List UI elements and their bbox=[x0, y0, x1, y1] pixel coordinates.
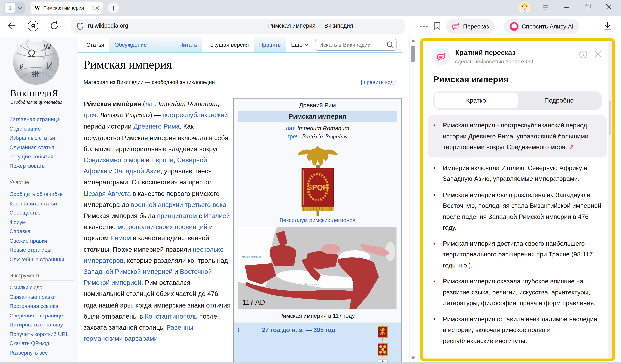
wiki-link[interactable]: Западной Римской империей bbox=[84, 268, 172, 275]
download-icon[interactable] bbox=[604, 21, 612, 31]
sidebar-link[interactable]: Справка bbox=[10, 227, 78, 236]
sidebar-link[interactable]: Случайная статья bbox=[10, 142, 78, 152]
chevron-down-icon[interactable] bbox=[16, 7, 24, 9]
wiki-link[interactable]: Средиземного моря bbox=[84, 156, 144, 164]
eagle-flag-partial[interactable]: → bbox=[378, 359, 396, 362]
close-icon[interactable] bbox=[606, 4, 612, 10]
sidebar-link[interactable]: Сведения о странице bbox=[10, 311, 78, 320]
wiki-link[interactable]: Константинополь bbox=[145, 313, 197, 320]
profile-avatar[interactable] bbox=[519, 2, 530, 13]
copy-button[interactable] bbox=[561, 359, 580, 361]
scrollbar-thumb[interactable] bbox=[411, 46, 415, 62]
panel-scrollbar-thumb[interactable] bbox=[609, 101, 611, 135]
greek-label-link[interactable]: греч. bbox=[288, 133, 300, 140]
sidebar-link[interactable]: Содержание bbox=[10, 124, 78, 133]
search-input[interactable] bbox=[315, 39, 397, 50]
sidebar-link[interactable]: Форум bbox=[10, 218, 78, 227]
sidebar-link[interactable]: Цитировать страницу bbox=[10, 320, 78, 329]
right-arrow-icon[interactable]: → bbox=[390, 347, 396, 353]
wiki-link[interactable]: постреспубликанский bbox=[162, 111, 228, 118]
tab-article[interactable]: Статья bbox=[81, 37, 109, 52]
more-icon[interactable] bbox=[420, 25, 428, 27]
edit-code-link[interactable]: [ править код ] bbox=[361, 79, 397, 85]
wiki-link[interactable]: Европе bbox=[151, 156, 173, 164]
wiki-link[interactable]: Древнего Рима bbox=[133, 123, 180, 130]
sidebar-link[interactable]: Новые страницы bbox=[10, 245, 78, 254]
summary-link-button[interactable]: Ссылка на пересказ bbox=[433, 359, 557, 361]
wiki-tab-strip: Статья Обсуждение Читать Текущая версия … bbox=[78, 37, 402, 53]
screenshot: 1 W Римская империя — В bbox=[0, 0, 621, 364]
dots-flag[interactable]: → bbox=[378, 342, 396, 357]
latin-label-link[interactable]: лат. bbox=[286, 125, 296, 131]
bookmark-icon[interactable] bbox=[434, 22, 441, 30]
summarize-button[interactable]: Пересказ bbox=[446, 19, 495, 34]
new-tab-button[interactable] bbox=[108, 2, 119, 13]
wiki-link[interactable]: лат. bbox=[145, 100, 156, 107]
sidebar-link[interactable]: Служебные страницы bbox=[10, 255, 78, 264]
wiki-link[interactable]: Римом bbox=[110, 235, 131, 242]
sidebar-link[interactable]: Заглавная страница bbox=[10, 115, 78, 124]
empire-map-image[interactable]: 117 AD Oceanus Atlanticus Mare Internum … bbox=[238, 227, 397, 309]
lead-paragraph: Ри́мская импе́рия (лат. Imperium Romanum… bbox=[84, 98, 232, 344]
sidebar-link[interactable]: Скачать QR-код bbox=[10, 339, 78, 348]
sidebar-nav-sections: УчастиеСообщить об ошибкеКак править ста… bbox=[10, 179, 78, 357]
tab-count[interactable]: 1 bbox=[5, 3, 16, 13]
tab-brief[interactable]: Кратко bbox=[434, 93, 518, 109]
wiki-link[interactable]: Италией bbox=[204, 212, 230, 219]
sidebar-link[interactable]: Развернуть всё bbox=[10, 348, 78, 357]
wiki-link[interactable]: метрополии своих провинций bbox=[118, 223, 207, 230]
minimize-icon[interactable] bbox=[564, 7, 569, 8]
infobox-greek-name: греч. Βασιλεία Ῥωμαίων bbox=[237, 133, 398, 140]
search-icon[interactable] bbox=[387, 41, 394, 48]
sidebar-link[interactable]: Свежие правки bbox=[10, 236, 78, 245]
vexillum-caption-link[interactable]: Вексиллум римских легионов bbox=[237, 217, 398, 223]
tab-counter[interactable]: 1 bbox=[4, 2, 25, 14]
highlighted-bullet-box[interactable]: •Римская империя - постреспубликанский п… bbox=[428, 115, 607, 157]
content-scrollbar[interactable] bbox=[409, 37, 416, 362]
wiki-link[interactable]: греч. bbox=[84, 111, 98, 118]
sidebar-link[interactable]: Связанные правки bbox=[10, 292, 78, 301]
panel-scrollbar[interactable] bbox=[608, 41, 612, 359]
menu-icon[interactable] bbox=[542, 4, 549, 10]
lead-text: , bbox=[173, 156, 177, 164]
wiki-search[interactable] bbox=[315, 39, 397, 50]
right-arrow-icon[interactable]: → bbox=[390, 330, 396, 336]
sidebar-nav-main: Заглавная страницаСодержаниеИзбранные ст… bbox=[10, 115, 78, 171]
restore-icon[interactable] bbox=[585, 3, 590, 9]
wikipedia-wordmark[interactable]: ВикипедиЯ bbox=[10, 88, 77, 98]
wiki-link[interactable]: принципатом bbox=[157, 212, 197, 219]
tab-more[interactable]: Ещё bbox=[286, 37, 313, 52]
scroll-down-arrow[interactable] bbox=[411, 357, 415, 360]
summary-article-title: Римская империя bbox=[433, 75, 602, 85]
browser-tab[interactable]: W Римская империя — В bbox=[31, 1, 103, 14]
tab-close-icon[interactable] bbox=[95, 6, 100, 10]
tab-edit[interactable]: Править bbox=[254, 37, 286, 52]
ask-alice-button[interactable]: Спросить Алису AI bbox=[504, 19, 579, 34]
sidebar-link[interactable]: Текущие события bbox=[10, 152, 78, 161]
sidebar-link[interactable]: Ссылки сюда bbox=[10, 283, 78, 292]
wiki-link[interactable]: Цезаря Августа bbox=[84, 190, 131, 197]
tab-detailed[interactable]: Подробно bbox=[518, 93, 601, 109]
labarum-flag[interactable]: → bbox=[378, 325, 396, 341]
tab-talk[interactable]: Обсуждение bbox=[109, 37, 152, 52]
vexillum-image[interactable]: SPQR bbox=[237, 144, 398, 216]
sidebar-link[interactable]: Избранные статьи bbox=[10, 133, 78, 142]
wikipedia-globe-logo[interactable]: Ω W И 維 ק bbox=[12, 38, 78, 86]
wiki-link[interactable]: Западной Азии bbox=[115, 167, 160, 175]
lead-text: Римская империя была bbox=[84, 212, 157, 219]
listen-button[interactable] bbox=[584, 359, 602, 361]
sidebar-link[interactable]: Постоянная ссылка bbox=[10, 301, 78, 311]
info-icon[interactable] bbox=[579, 50, 587, 59]
tab-read[interactable]: Читать bbox=[174, 37, 202, 52]
sidebar-link[interactable]: Сообщество bbox=[10, 208, 78, 217]
tab-current-version[interactable]: Текущая версия bbox=[202, 37, 254, 52]
sidebar-link[interactable]: Получить короткий URL bbox=[10, 330, 78, 339]
sidebar-link[interactable]: Сообщить об ошибке bbox=[10, 190, 78, 199]
sidebar-link[interactable]: Пожертвовать bbox=[10, 161, 78, 171]
source-link-arrow-icon[interactable]: ↗ bbox=[567, 144, 574, 150]
empire-dates[interactable]: 27 год до н. э. — 395 год bbox=[234, 326, 364, 334]
wiki-link[interactable]: военной анархии третьего века bbox=[131, 201, 226, 208]
panel-close-icon[interactable] bbox=[594, 50, 602, 59]
sidebar-link[interactable]: Как править статьи bbox=[10, 199, 78, 208]
scroll-up-arrow[interactable] bbox=[411, 39, 415, 42]
